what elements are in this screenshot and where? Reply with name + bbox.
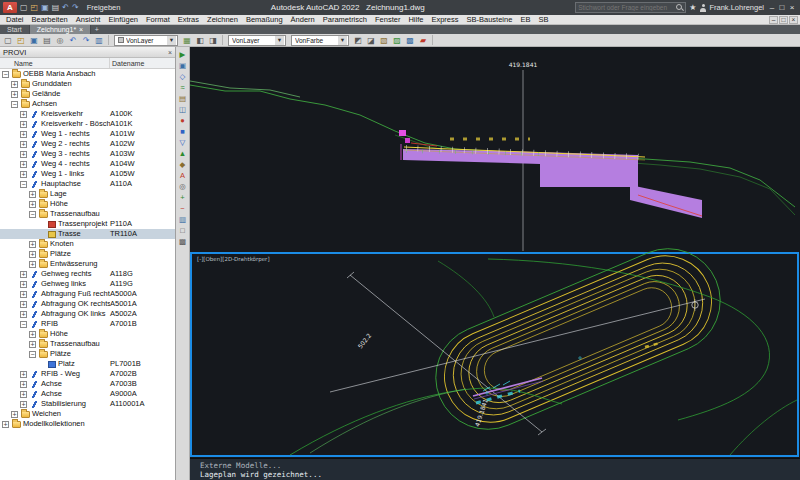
- menu-bema-ung[interactable]: Bemaßung: [242, 15, 287, 24]
- tree-expander-icon[interactable]: +: [29, 241, 36, 248]
- layers-icon[interactable]: ▥: [93, 35, 105, 46]
- tree-expander-icon[interactable]: −: [29, 351, 36, 358]
- linetype-control-dropdown[interactable]: VonLayer▼: [228, 35, 286, 46]
- viewport-controls-label[interactable]: [-][Oben][2D-Drahtkörper]: [197, 256, 270, 263]
- menu-eb[interactable]: EB: [516, 15, 534, 24]
- tree-expander-icon[interactable]: +: [20, 151, 27, 158]
- tree-item-weg-4-rechts[interactable]: +Weg 4 - rechtsA104W: [0, 159, 175, 169]
- tree-item-trassenprojekt[interactable]: TrassenprojektP110A: [0, 219, 175, 229]
- menu-express[interactable]: Express: [427, 15, 462, 24]
- menu-parametrisch[interactable]: Parametrisch: [319, 15, 371, 24]
- close-button[interactable]: ×: [787, 3, 797, 12]
- tree-expander-icon[interactable]: −: [20, 181, 27, 188]
- layer-states-icon[interactable]: ▦: [181, 35, 193, 46]
- account-menu[interactable]: Frank.Lohrengel: [699, 3, 764, 12]
- column-name[interactable]: Name: [0, 58, 110, 68]
- command-line[interactable]: Externe Modelle... Lageplan wird gezeich…: [190, 458, 800, 480]
- tree-item-abfragung-ok-rechts[interactable]: +Abfragung OK rechtsA5001A: [0, 299, 175, 309]
- tree-item-trassenaufbau[interactable]: +Trassenaufbau: [0, 339, 175, 349]
- annotate-icon[interactable]: ▰: [417, 35, 429, 46]
- axis-icon[interactable]: ◇: [177, 71, 188, 81]
- zoom-icon[interactable]: ◎: [177, 181, 188, 191]
- command-prompt-line[interactable]: Lageplan wird gezeichnet...: [200, 470, 800, 479]
- tree-item-rfib[interactable]: −RFIBA7001B: [0, 319, 175, 329]
- undo-icon[interactable]: ↶: [67, 35, 79, 46]
- tree-item-achse[interactable]: +AchseA9000A: [0, 389, 175, 399]
- text-icon[interactable]: A: [177, 170, 188, 180]
- tree-expander-icon[interactable]: +: [29, 191, 36, 198]
- tree-item-modellkollektionen[interactable]: +Modellkollektionen: [0, 419, 175, 429]
- hatch-icon[interactable]: ▧: [378, 35, 390, 46]
- tree-item-lage[interactable]: +Lage: [0, 189, 175, 199]
- place-icon[interactable]: ■: [177, 126, 188, 136]
- properties-icon[interactable]: ◨: [207, 35, 219, 46]
- tree-expander-icon[interactable]: −: [20, 321, 27, 328]
- plot-icon[interactable]: ▤: [52, 2, 60, 13]
- menu-hilfe[interactable]: Hilfe: [404, 15, 427, 24]
- tree-expander-icon[interactable]: +: [29, 331, 36, 338]
- tree-expander-icon[interactable]: +: [20, 111, 27, 118]
- tree-item-gehweg-rechts[interactable]: +Gehweg rechtsA118G: [0, 269, 175, 279]
- tree-item-gehweg-links[interactable]: +Gehweg linksA119G: [0, 279, 175, 289]
- maximize-button[interactable]: □: [777, 3, 787, 12]
- plot-icon[interactable]: ▤: [41, 35, 53, 46]
- color-control-dropdown[interactable]: VonLayer▼: [114, 35, 178, 46]
- station-icon[interactable]: ▤: [177, 93, 188, 103]
- match-properties-icon[interactable]: ◧: [194, 35, 206, 46]
- tree-expander-icon[interactable]: +: [29, 341, 36, 348]
- tree-item-weichen[interactable]: +Weichen: [0, 409, 175, 419]
- save-icon[interactable]: ▣: [41, 2, 49, 13]
- tree-item-platz[interactable]: PlatzPL7001B: [0, 359, 175, 369]
- tree-expander-icon[interactable]: +: [20, 311, 27, 318]
- tab-close-icon[interactable]: ×: [79, 26, 83, 33]
- new-file-icon[interactable]: ▢: [20, 2, 28, 13]
- frame-icon[interactable]: □: [177, 225, 188, 235]
- mdi-close-button[interactable]: ×: [789, 16, 798, 24]
- chevron-down-icon[interactable]: ▼: [167, 36, 176, 45]
- remove-icon[interactable]: −: [177, 203, 188, 213]
- tree-item-pl-tze[interactable]: +Plätze: [0, 249, 175, 259]
- tree-expander-icon[interactable]: −: [2, 71, 9, 78]
- share-button[interactable]: Freigeben: [87, 3, 121, 12]
- tree-item-weg-3-rechts[interactable]: +Weg 3 - rechtsA103W: [0, 149, 175, 159]
- block-icon[interactable]: ◪: [365, 35, 377, 46]
- menu-extras[interactable]: Extras: [174, 15, 203, 24]
- menu-zeichnen[interactable]: Zeichnen: [203, 15, 242, 24]
- menu-sb-bausteine[interactable]: SB-Bausteine: [463, 15, 517, 24]
- redo-icon[interactable]: ↷: [72, 2, 79, 13]
- tab-start[interactable]: Start: [0, 25, 30, 34]
- tree-expander-icon[interactable]: +: [11, 91, 18, 98]
- mdi-restore-button[interactable]: □: [779, 16, 788, 24]
- menu-sb[interactable]: SB: [534, 15, 552, 24]
- tree-item-rfib-weg[interactable]: +RFIB - WegA7002B: [0, 369, 175, 379]
- tree-expander-icon[interactable]: +: [20, 131, 27, 138]
- minimize-button[interactable]: –: [767, 3, 777, 12]
- slope-icon[interactable]: ▲: [177, 148, 188, 158]
- tree-expander-icon[interactable]: +: [20, 171, 27, 178]
- tree-expander-icon[interactable]: +: [29, 201, 36, 208]
- tree-expander-icon[interactable]: +: [29, 261, 36, 268]
- tree-item-weg-1-links[interactable]: +Weg 1 - linksA105W: [0, 169, 175, 179]
- tree-expander-icon[interactable]: +: [20, 301, 27, 308]
- tree-item-knoten[interactable]: +Knoten: [0, 239, 175, 249]
- menu-datei[interactable]: Datei: [2, 15, 28, 24]
- chevron-down-icon[interactable]: ▼: [338, 36, 347, 45]
- qnew-icon[interactable]: ▢: [2, 35, 14, 46]
- tree-item-grunddaten[interactable]: +Grunddaten: [0, 79, 175, 89]
- settings-icon[interactable]: ▣: [177, 60, 188, 70]
- undo-icon[interactable]: ↶: [62, 2, 69, 13]
- tree-item-pl-tze[interactable]: −Plätze: [0, 349, 175, 359]
- chevron-down-icon[interactable]: ▼: [275, 36, 284, 45]
- panel-close-icon[interactable]: ×: [168, 49, 172, 56]
- cross-section-icon[interactable]: ◫: [177, 104, 188, 114]
- menu-einf-gen[interactable]: Einfügen: [104, 15, 142, 24]
- mdi-minimize-button[interactable]: –: [769, 16, 778, 24]
- plotstyle-control-dropdown[interactable]: VonFarbe▼: [291, 35, 349, 46]
- tree-expander-icon[interactable]: +: [20, 371, 27, 378]
- column-datename[interactable]: Datename: [110, 58, 175, 68]
- table-icon[interactable]: ▩: [404, 35, 416, 46]
- search-icon[interactable]: [676, 4, 683, 11]
- menu-ndern[interactable]: Ändern: [287, 15, 319, 24]
- tree-item-stabilisierung[interactable]: +StabilisierungA110001A: [0, 399, 175, 409]
- tree-item-trassenaufbau[interactable]: −Trassenaufbau: [0, 209, 175, 219]
